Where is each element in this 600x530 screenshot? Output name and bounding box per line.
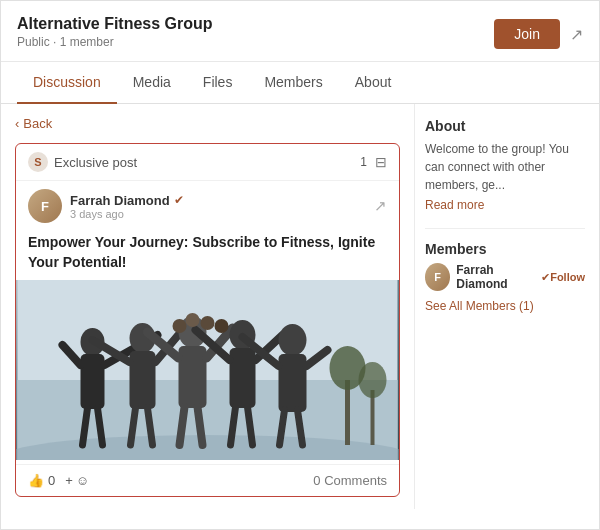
- left-column: ‹ Back S Exclusive post 1 ⊟: [1, 104, 414, 509]
- post-share-icon[interactable]: ↗: [374, 197, 387, 215]
- author-info: F Farrah Diamond ✔ 3 days ago: [28, 189, 184, 223]
- about-text: Welcome to the group! You can connect wi…: [425, 140, 585, 194]
- svg-line-31: [280, 410, 285, 445]
- post-time: 3 days ago: [70, 208, 184, 220]
- post-reactions: 👍 0 + ☺: [28, 473, 89, 488]
- svg-line-13: [131, 408, 136, 445]
- svg-line-32: [298, 410, 303, 445]
- tab-files[interactable]: Files: [187, 62, 249, 104]
- author-name: Farrah Diamond: [70, 193, 170, 208]
- member-name-wrap: Farrah Diamond ✔: [456, 263, 550, 291]
- see-all-members-link[interactable]: See All Members (1): [425, 299, 585, 313]
- tab-media[interactable]: Media: [117, 62, 187, 104]
- group-info: Alternative Fitness Group Public · 1 mem…: [17, 15, 213, 49]
- add-icon: +: [65, 473, 73, 488]
- members-section-title: Members: [425, 241, 585, 257]
- right-sidebar: About Welcome to the group! You can conn…: [414, 104, 599, 509]
- svg-point-36: [215, 319, 229, 333]
- exclusive-label: Exclusive post: [54, 155, 137, 170]
- post-type-info: S Exclusive post: [28, 152, 137, 172]
- member-row: F Farrah Diamond ✔ Follow: [425, 263, 585, 291]
- main-content: ‹ Back S Exclusive post 1 ⊟: [1, 104, 599, 509]
- verified-icon: ✔: [174, 193, 184, 207]
- smile-icon: ☺: [76, 473, 89, 488]
- author-details: Farrah Diamond ✔ 3 days ago: [70, 193, 184, 220]
- svg-rect-22: [230, 348, 256, 408]
- back-link[interactable]: ‹ Back: [15, 116, 400, 131]
- sidebar-divider: [425, 228, 585, 229]
- follow-button[interactable]: Follow: [550, 271, 585, 283]
- exclusive-icon-letter: S: [34, 156, 41, 168]
- svg-line-14: [148, 408, 153, 445]
- nav-tabs: Discussion Media Files Members About: [1, 62, 599, 104]
- post-image: [16, 280, 399, 460]
- group-title: Alternative Fitness Group: [17, 15, 213, 33]
- back-arrow-icon: ‹: [15, 116, 19, 131]
- join-button[interactable]: Join: [494, 19, 560, 49]
- bookmark-icon: ⊟: [375, 154, 387, 170]
- svg-line-8: [98, 408, 103, 445]
- member-avatar: F: [425, 263, 450, 291]
- group-subtitle: Public · 1 member: [17, 35, 213, 49]
- share-icon[interactable]: ↗: [570, 25, 583, 44]
- svg-rect-4: [81, 354, 105, 409]
- svg-point-40: [359, 362, 387, 398]
- tab-members[interactable]: Members: [248, 62, 338, 104]
- svg-line-20: [198, 407, 203, 445]
- post-count-area: 1 ⊟: [360, 154, 387, 170]
- svg-point-33: [173, 319, 187, 333]
- svg-rect-16: [179, 346, 207, 408]
- svg-point-34: [186, 313, 200, 327]
- page-header: Alternative Fitness Group Public · 1 mem…: [1, 1, 599, 62]
- sidebar-members-section: Members F Farrah Diamond ✔ Follow See Al…: [425, 241, 585, 313]
- like-count: 0: [48, 473, 55, 488]
- post-card: S Exclusive post 1 ⊟ F: [15, 143, 400, 497]
- tab-discussion[interactable]: Discussion: [17, 62, 117, 104]
- author-avatar: F: [28, 189, 62, 223]
- svg-rect-10: [130, 351, 156, 409]
- svg-line-7: [83, 408, 88, 445]
- tab-about[interactable]: About: [339, 62, 408, 104]
- post-title: Empower Your Journey: Subscribe to Fitne…: [16, 227, 399, 280]
- post-author-row: F Farrah Diamond ✔ 3 days ago ↗: [16, 181, 399, 227]
- member-name: Farrah Diamond: [456, 263, 538, 291]
- svg-line-26: [248, 407, 253, 445]
- svg-line-25: [231, 407, 236, 445]
- like-button[interactable]: 👍 0: [28, 473, 55, 488]
- thumbs-up-icon: 👍: [28, 473, 44, 488]
- svg-rect-28: [279, 354, 307, 412]
- svg-point-35: [201, 316, 215, 330]
- post-card-header: S Exclusive post 1 ⊟: [16, 144, 399, 181]
- svg-line-19: [180, 407, 185, 445]
- about-section-title: About: [425, 118, 585, 134]
- read-more-link[interactable]: Read more: [425, 198, 585, 212]
- svg-point-27: [279, 324, 307, 356]
- sidebar-about-section: About Welcome to the group! You can conn…: [425, 118, 585, 212]
- comments-count: 0 Comments: [313, 473, 387, 488]
- member-info: F Farrah Diamond ✔: [425, 263, 550, 291]
- post-footer: 👍 0 + ☺ 0 Comments: [16, 464, 399, 496]
- exclusive-badge-icon: S: [28, 152, 48, 172]
- author-name-wrap: Farrah Diamond ✔: [70, 193, 184, 208]
- member-verified-icon: ✔: [541, 271, 550, 284]
- header-actions: Join ↗: [494, 19, 583, 49]
- emoji-reaction-button[interactable]: + ☺: [65, 473, 89, 488]
- post-count: 1: [360, 155, 367, 169]
- back-label: Back: [23, 116, 52, 131]
